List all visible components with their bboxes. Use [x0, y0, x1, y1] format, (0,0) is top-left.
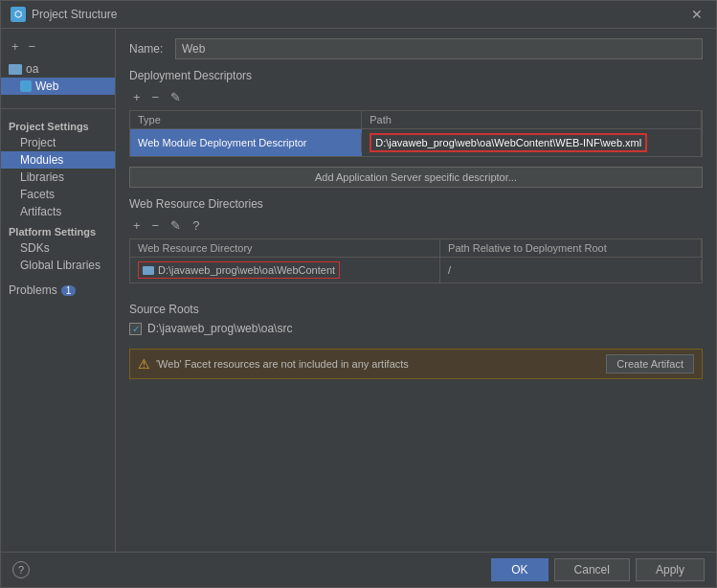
sidebar-item-problems[interactable]: Problems 1 — [1, 282, 115, 299]
sidebar-item-modules[interactable]: Modules — [1, 151, 115, 169]
deployment-toolbar: + − ✎ — [129, 88, 703, 106]
web-resource-edit-button[interactable]: ✎ — [167, 216, 185, 235]
source-roots-section: Source Roots D:\javaweb_prog\web\oa\src — [129, 303, 703, 341]
web-resource-add-button[interactable]: + — [129, 216, 145, 235]
web-resource-dir-cell: D:\javaweb_prog\web\oa\WebContent — [130, 258, 440, 283]
help-button[interactable]: ? — [12, 561, 30, 578]
web-resource-dir-value: D:\javaweb_prog\web\oa\WebContent — [158, 264, 335, 276]
deployment-table: Type Path Web Module Deployment Descript… — [129, 110, 703, 157]
source-root-checkbox[interactable] — [129, 323, 142, 335]
project-structure-dialog: ⬡ Project Structure ✕ + − oa Web Project… — [0, 0, 717, 588]
sidebar-item-artifacts[interactable]: Artifacts — [1, 203, 115, 220]
name-input[interactable] — [175, 38, 703, 59]
sidebar-item-global-libraries-label: Global Libraries — [20, 259, 101, 272]
web-resource-title: Web Resource Directories — [129, 197, 703, 211]
create-artifact-button[interactable]: Create Artifact — [606, 354, 694, 373]
source-roots-title: Source Roots — [129, 303, 703, 316]
deployment-descriptors-title: Deployment Descriptors — [129, 69, 703, 82]
deployment-path-header: Path — [362, 111, 702, 128]
title-bar: ⬡ Project Structure ✕ — [1, 1, 716, 29]
apply-button[interactable]: Apply — [636, 558, 705, 581]
project-settings-header: Project Settings — [1, 115, 115, 134]
dialog-title: Project Structure — [32, 8, 117, 21]
sidebar-item-artifacts-label: Artifacts — [20, 205, 61, 218]
sidebar-item-facets[interactable]: Facets — [1, 186, 115, 203]
problems-label: Problems — [9, 283, 57, 297]
add-descriptor-button[interactable]: Add Application Server specific descript… — [129, 167, 703, 188]
sidebar-remove-button[interactable]: − — [26, 38, 39, 55]
sidebar-item-sdks[interactable]: SDKs — [1, 239, 115, 257]
web-resource-help-button[interactable]: ? — [189, 216, 203, 235]
platform-settings-header: Platform Settings — [1, 220, 115, 239]
name-label: Name: — [129, 42, 168, 56]
sidebar-item-oa[interactable]: oa — [1, 60, 115, 78]
sidebar: + − oa Web Project Settings Project Modu… — [1, 29, 116, 552]
sidebar-item-sdks-label: SDKs — [20, 241, 50, 255]
source-root-row: D:\javaweb_prog\web\oa\src — [129, 322, 703, 335]
sidebar-item-facets-label: Facets — [20, 188, 55, 201]
sidebar-add-button[interactable]: + — [9, 38, 22, 55]
sidebar-item-project-label: Project — [20, 136, 56, 149]
sidebar-item-libraries-label: Libraries — [20, 170, 64, 184]
warning-row: ⚠ 'Web' Facet resources are not included… — [129, 349, 703, 379]
cancel-button[interactable]: Cancel — [554, 558, 630, 581]
sidebar-item-global-libraries[interactable]: Global Libraries — [1, 257, 115, 274]
warning-icon: ⚠ — [138, 356, 150, 372]
right-panel: Name: Deployment Descriptors + − ✎ Type … — [116, 29, 716, 552]
deployment-table-header: Type Path — [130, 111, 702, 129]
web-resource-rel-header: Path Relative to Deployment Root — [440, 239, 702, 257]
bottom-left: ? — [12, 561, 30, 578]
warning-text: 'Web' Facet resources are not included i… — [156, 358, 409, 370]
dialog-icon: ⬡ — [11, 7, 26, 22]
main-content: + − oa Web Project Settings Project Modu… — [1, 29, 716, 552]
title-bar-left: ⬡ Project Structure — [11, 7, 117, 22]
deployment-path-value: D:\javaweb_prog\web\oa\WebContent\WEB-IN… — [370, 133, 647, 152]
deployment-add-button[interactable]: + — [129, 88, 145, 106]
sidebar-item-project[interactable]: Project — [1, 134, 115, 151]
web-resource-table-row[interactable]: D:\javaweb_prog\web\oa\WebContent / — [130, 258, 702, 283]
close-button[interactable]: ✕ — [687, 7, 706, 22]
deployment-edit-button[interactable]: ✎ — [167, 88, 185, 106]
sidebar-toolbar: + − — [1, 36, 115, 60]
name-field-row: Name: — [129, 38, 703, 59]
sidebar-item-web-label: Web — [35, 79, 58, 93]
source-root-path: D:\javaweb_prog\web\oa\src — [147, 322, 292, 335]
web-resource-dir-highlighted: D:\javaweb_prog\web\oa\WebContent — [138, 261, 340, 279]
web-module-icon — [20, 80, 32, 92]
web-resource-rel-cell: / — [440, 260, 702, 280]
web-resource-toolbar: + − ✎ ? — [129, 216, 703, 235]
sidebar-item-web[interactable]: Web — [1, 78, 115, 95]
bottom-bar: ? OK Cancel Apply — [1, 552, 716, 587]
deployment-remove-button[interactable]: − — [148, 88, 164, 106]
deployment-type-cell: Web Module Deployment Descriptor — [130, 133, 362, 152]
deployment-table-row[interactable]: Web Module Deployment Descriptor D:\java… — [130, 129, 702, 156]
sidebar-item-libraries[interactable]: Libraries — [1, 169, 115, 186]
bottom-buttons: OK Cancel Apply — [491, 558, 705, 581]
sidebar-item-modules-label: Modules — [20, 153, 63, 167]
ok-button[interactable]: OK — [491, 558, 548, 581]
folder-icon-small — [143, 266, 154, 275]
web-resource-table: Web Resource Directory Path Relative to … — [129, 238, 703, 283]
deployment-type-header: Type — [130, 111, 362, 128]
web-resource-table-header: Web Resource Directory Path Relative to … — [130, 239, 702, 258]
deployment-path-cell: D:\javaweb_prog\web\oa\WebContent\WEB-IN… — [362, 129, 702, 156]
sidebar-item-oa-label: oa — [26, 62, 38, 76]
folder-icon — [9, 64, 22, 75]
problems-badge: 1 — [61, 285, 77, 296]
web-resource-remove-button[interactable]: − — [148, 216, 164, 235]
web-resource-dir-header: Web Resource Directory — [130, 239, 440, 257]
